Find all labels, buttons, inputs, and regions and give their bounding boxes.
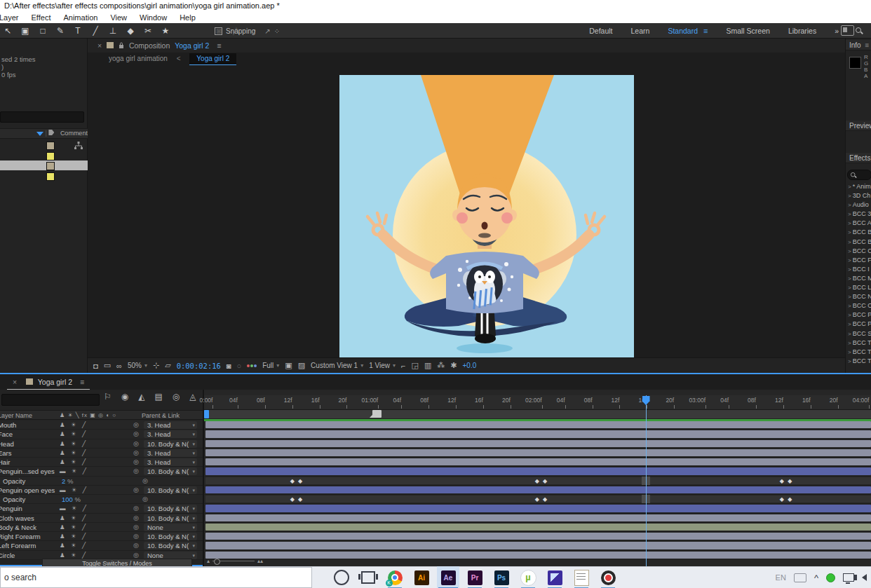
disclosure-chevron-icon[interactable]: > xyxy=(848,312,851,318)
project-row[interactable] xyxy=(0,171,88,181)
parent-dropdown[interactable]: 10. Body & N(▾ xyxy=(144,467,197,475)
effects-list-item[interactable]: >BCC I xyxy=(846,265,871,274)
layer-switches[interactable]: ▬ ☀ ╱ xyxy=(60,504,88,513)
preview-panel-tab[interactable]: Preview xyxy=(846,121,871,131)
layer-name-column[interactable]: Layer Name xyxy=(0,412,32,419)
parent-dropdown[interactable]: 3. Head▾ xyxy=(144,449,197,457)
layer-switches[interactable]: ♟ ☀ ╱ xyxy=(60,532,88,541)
label-color-swatch[interactable] xyxy=(46,162,55,170)
disclosure-chevron-icon[interactable]: > xyxy=(848,202,851,208)
parent-pickwhip-icon[interactable]: ◎ xyxy=(133,514,139,523)
taskbar-app-task-view[interactable] xyxy=(360,569,377,586)
menu-item-layer[interactable]: Layer xyxy=(0,12,25,23)
keyframe-icon[interactable]: ◆ xyxy=(543,495,547,503)
disclosure-chevron-icon[interactable]: > xyxy=(848,220,851,226)
track-row[interactable] xyxy=(204,541,871,550)
timeline-icon[interactable]: ▥ xyxy=(424,361,431,370)
close-icon[interactable]: × xyxy=(97,41,102,50)
workspace-tab-learn[interactable]: Learn xyxy=(631,27,650,35)
layer-duration-bar[interactable] xyxy=(205,486,871,493)
taskbar-app-purple-app[interactable] xyxy=(546,569,563,586)
taskbar-search-box[interactable]: o search xyxy=(0,567,312,588)
menu-bar[interactable]: LayerEffectAnimationViewWindowHelp xyxy=(0,12,871,23)
parent-dropdown[interactable]: 3. Head▾ xyxy=(144,458,197,466)
layer-row[interactable]: Cloth waves♟ ☀ ╱◎10. Body & N(▾ xyxy=(0,514,203,523)
keyframe-icon[interactable]: ◆ xyxy=(298,495,302,503)
layer-row[interactable]: Left Forearm♟ ☀ ╱◎10. Body & N(▾ xyxy=(0,541,203,550)
layer-row[interactable]: Ears♟ ☀ ╱◎3. Head▾ xyxy=(0,449,203,458)
effects-list-item[interactable]: >BCC B xyxy=(846,228,871,237)
layer-duration-bar[interactable] xyxy=(205,421,871,428)
track-row[interactable] xyxy=(204,430,871,439)
close-icon[interactable]: × xyxy=(13,378,17,386)
fast-preview-icon[interactable]: ▣ xyxy=(285,361,292,370)
parent-pickwhip-icon[interactable]: ◎ xyxy=(133,449,139,458)
exposure-value[interactable]: +0.0 xyxy=(463,362,477,369)
layer-duration-bar[interactable] xyxy=(205,524,871,531)
taskbar-app-illustrator[interactable]: Ai xyxy=(413,569,430,586)
menu-item-effect[interactable]: Effect xyxy=(25,12,58,23)
track-row[interactable] xyxy=(204,551,871,560)
layer-row[interactable]: Opacity2 %◎ xyxy=(0,477,203,486)
effects-search-input[interactable] xyxy=(847,170,871,180)
keyframe-icon[interactable]: ◆ xyxy=(788,495,792,503)
shy-layers-icon[interactable]: ◉ xyxy=(121,392,128,402)
adjust-exposure-icon[interactable]: ✱ xyxy=(450,361,457,370)
disclosure-chevron-icon[interactable]: > xyxy=(848,275,851,282)
magnification-value[interactable]: 50% xyxy=(128,362,142,369)
work-area-start-handle[interactable] xyxy=(204,410,209,418)
disclosure-chevron-icon[interactable]: > xyxy=(848,294,851,300)
parent-pickwhip-icon[interactable]: ◎ xyxy=(133,504,139,513)
comment-column-header[interactable]: Comment xyxy=(60,130,88,137)
taskbar-app-notes-app[interactable] xyxy=(573,569,590,586)
keyboard-icon[interactable] xyxy=(794,573,806,582)
disclosure-chevron-icon[interactable]: > xyxy=(848,303,851,309)
chevron-down-icon[interactable]: ▾ xyxy=(360,362,363,369)
graph-icon[interactable]: ↗ xyxy=(264,27,270,35)
layer-switches[interactable]: ▬ ☀ ╱ xyxy=(60,486,88,495)
disclosure-chevron-icon[interactable]: > xyxy=(848,229,851,235)
parent-dropdown[interactable]: None▾ xyxy=(144,524,197,531)
stamp-tool-icon[interactable]: ⊥ xyxy=(108,26,118,36)
workspace-overflow-icon[interactable]: » xyxy=(835,27,839,35)
layer-row[interactable]: Penguin▬ ☀ ╱◎10. Body & N(▾ xyxy=(0,504,203,513)
effects-list-item[interactable]: >BCC L xyxy=(846,283,871,292)
breadcrumb-current[interactable]: Yoga girl 2 xyxy=(189,53,236,65)
layer-duration-bar[interactable] xyxy=(205,533,871,540)
eyes-icon[interactable]: ∞ xyxy=(116,362,122,370)
composition-tab-bar[interactable]: × Composition Yoga girl 2 ≡ xyxy=(88,39,845,53)
layer-switches[interactable]: ♟ ☀ ╱ xyxy=(60,514,88,523)
parent-pickwhip-icon[interactable]: ◎ xyxy=(133,532,139,541)
keyframe-icon[interactable]: ◆ xyxy=(780,477,784,485)
parent-dropdown[interactable]: None▾ xyxy=(144,552,197,559)
track-row[interactable] xyxy=(204,523,871,532)
parent-pickwhip-icon[interactable]: ◎ xyxy=(133,467,139,476)
project-row[interactable] xyxy=(0,151,88,160)
zoom-slider[interactable] xyxy=(212,561,255,561)
workspace-tab-small-screen[interactable]: Small Screen xyxy=(726,27,769,35)
property-value[interactable]: 100 % xyxy=(62,495,81,504)
effects-list-item[interactable]: >BCC O xyxy=(846,301,871,310)
channels-icon[interactable] xyxy=(247,364,257,367)
effects-list-item[interactable]: >BCC M xyxy=(846,274,871,283)
graph-editor-icon[interactable]: ◬ xyxy=(189,392,196,402)
workspace-tab-default[interactable]: Default xyxy=(589,27,612,35)
type-tool-icon[interactable]: T xyxy=(73,26,83,36)
effects-list-item[interactable]: >BCC T xyxy=(846,357,871,366)
taskbar-app-chrome[interactable]: K xyxy=(386,569,403,586)
layer-row[interactable]: Face♟ ☀ ╱◎3. Head▾ xyxy=(0,430,203,439)
effects-list-item[interactable]: >BCC F xyxy=(846,256,871,265)
effects-list-item[interactable]: >BCC B xyxy=(846,238,871,247)
layer-duration-bar[interactable] xyxy=(205,505,871,512)
roto-brush-tool-icon[interactable]: ✂ xyxy=(143,26,153,36)
taskbar-app-utorrent[interactable]: µ xyxy=(520,569,536,586)
taskbar-app-premiere-pro[interactable]: Pr xyxy=(466,569,483,586)
eraser-tool-icon[interactable]: ◆ xyxy=(126,26,135,36)
refresh-view-icon[interactable]: ◲ xyxy=(412,361,419,370)
parent-dropdown[interactable]: 10. Body & N(▾ xyxy=(144,533,197,540)
time-ruler[interactable]: 0:00f04f08f12f16f20f01:00f04f08f12f16f20… xyxy=(204,395,871,410)
chevron-down-icon[interactable]: ▾ xyxy=(144,362,147,369)
layer-row[interactable]: Penguin open eyes▬ ☀ ╱◎10. Body & N(▾ xyxy=(0,486,203,495)
layer-switches[interactable]: ♟ ☀ ╱ xyxy=(60,523,88,532)
parent-pickwhip-icon[interactable]: ◎ xyxy=(133,439,139,449)
